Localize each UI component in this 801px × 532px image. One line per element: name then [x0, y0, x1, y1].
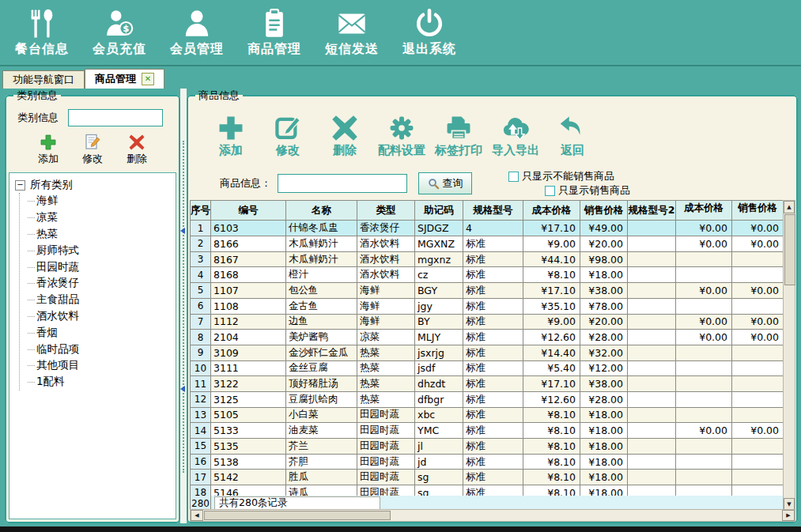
toolbar-item-product-manage[interactable]: 商品管理 — [245, 8, 304, 58]
vertical-scroll-thumb[interactable] — [784, 214, 795, 285]
table-row[interactable]: 61108金古鱼海鲜jgy标准¥35.10¥78.00 — [191, 299, 783, 315]
tab-nav-window[interactable]: 功能导航窗口 — [2, 70, 85, 89]
column-header-2[interactable]: 名称 — [286, 201, 357, 221]
column-header-9[interactable]: 成本价格 — [676, 201, 732, 221]
add-category-button[interactable]: 添加 — [38, 134, 59, 166]
add-product-button[interactable]: 添加 — [207, 115, 255, 158]
modify-category-button[interactable]: 修改 — [82, 134, 103, 166]
table-row[interactable]: 185146诗瓜田园时蔬sg标准¥8.10¥18.00 — [191, 485, 783, 496]
modify-product-button[interactable]: 修改 — [264, 115, 312, 158]
toolbar-item-table-info[interactable]: 餐台信息 — [13, 8, 71, 58]
scroll-left-button[interactable]: ◀ — [191, 510, 203, 521]
tab-label: 商品管理 — [95, 72, 136, 86]
column-header-1[interactable]: 编号 — [211, 201, 286, 221]
delete-category-button[interactable]: 删除 — [127, 134, 147, 166]
product-panel-title: 商品信息 — [195, 89, 243, 103]
cell: 18 — [191, 485, 211, 496]
column-header-6[interactable]: 成本价格 — [523, 201, 580, 221]
cell: ¥49.00 — [580, 221, 628, 236]
table-row[interactable]: 16103什锦冬瓜盅香浓煲仔SJDGZ4¥17.10¥49.00¥0.00¥0.… — [191, 221, 783, 236]
cell: 8166 — [211, 236, 286, 252]
cell: ¥0.00 — [676, 236, 732, 252]
label-print-button[interactable]: 标签打印 — [435, 115, 482, 158]
checkbox-only-unsellable[interactable]: 只显示不能销售商品 — [508, 169, 630, 183]
cell: 7 — [191, 315, 211, 330]
table-row[interactable]: 38167木瓜鲜奶汁酒水饮料mgxnz标准¥44.10¥98.00 — [191, 252, 783, 268]
tree-root-node[interactable]: − 所有类别 — [15, 177, 176, 193]
column-header-5[interactable]: 规格型号 — [463, 201, 523, 221]
panel-splitter[interactable] — [180, 89, 187, 523]
checkbox-only-sellable[interactable]: 只显示销售商品 — [545, 183, 630, 198]
column-header-8[interactable]: 规格型号2 — [628, 201, 676, 221]
import-export-button[interactable]: 导入导出 — [492, 115, 539, 158]
column-header-7[interactable]: 销售价格 — [580, 201, 628, 221]
column-header-10[interactable]: 销售价格 — [732, 201, 784, 221]
cell: 17 — [191, 470, 211, 485]
tree-item[interactable]: 其他项目 — [28, 357, 176, 374]
tree-item[interactable]: 香浓煲仔 — [28, 275, 176, 292]
horizontal-scrollbar[interactable]: ◀ ▶ — [190, 509, 795, 522]
table-row[interactable]: 51107包公鱼海鲜BGY标准¥17.10¥38.00¥0.00¥0.00 — [191, 283, 783, 299]
table-row[interactable]: 82104美炉酱鸭凉菜MLJY标准¥12.60¥28.00¥0.00¥0.00 — [191, 330, 783, 345]
tree-collapse-icon[interactable]: − — [15, 180, 25, 191]
query-button[interactable]: 查询 — [418, 172, 472, 194]
horizontal-scroll-thumb[interactable] — [204, 511, 391, 520]
cell: 酒水饮料 — [357, 252, 415, 268]
column-header-3[interactable]: 类型 — [357, 201, 415, 221]
table-row[interactable]: 155135芥兰田园时蔬jl标准¥8.10¥18.00 — [191, 439, 783, 455]
cell: 顶好猪肚汤 — [286, 376, 357, 392]
tree-item[interactable]: 临时品项 — [28, 341, 176, 357]
button-label: 添加 — [38, 152, 59, 166]
cell — [628, 315, 676, 330]
table-row[interactable]: 48168橙汁酒水饮料cz标准¥8.10¥18.00 — [191, 267, 783, 283]
toolbar-item-sms-send[interactable]: 短信发送 — [323, 8, 381, 58]
app-toolbar: 餐台信息$会员充值会员管理商品管理短信发送退出系统 — [0, 0, 801, 66]
tree-item[interactable]: 田园时蔬 — [28, 258, 176, 275]
table-row[interactable]: 123125豆腐扒蛤肉热菜dfbgr标准¥12.60¥28.00 — [191, 392, 783, 408]
scroll-up-button[interactable]: ▲ — [784, 201, 795, 213]
toolbar-item-member-recharge[interactable]: $会员充值 — [90, 8, 149, 58]
splitter-collapse-arrow-icon[interactable] — [180, 386, 185, 392]
toolbar-item-member-manage[interactable]: 会员管理 — [168, 8, 226, 58]
tree-item[interactable]: 主食甜品 — [28, 292, 176, 308]
ingredient-settings-button[interactable]: 配料设置 — [378, 115, 425, 158]
table-row[interactable]: 165138芥胆田园时蔬jd标准¥8.10¥18.00 — [191, 455, 783, 470]
delete-product-button[interactable]: 删除 — [321, 115, 368, 158]
cell: 美炉酱鸭 — [286, 330, 357, 345]
scroll-right-button[interactable]: ▶ — [782, 510, 795, 521]
tree-item[interactable]: 海鲜 — [28, 193, 176, 209]
search-label: 商品信息： — [220, 176, 271, 191]
tree-item[interactable]: 酒水饮料 — [28, 308, 176, 325]
cell: xbc — [415, 408, 463, 424]
back-arrow-icon — [558, 115, 587, 141]
cell: 5 — [191, 283, 211, 299]
checkbox-box-icon[interactable] — [508, 172, 519, 182]
checkbox-label: 只显示销售商品 — [558, 183, 630, 198]
tab-product-manage[interactable]: 商品管理✕ — [85, 69, 164, 89]
table-row[interactable]: 103111金丝豆腐热菜jsdf标准¥5.40¥12.00 — [191, 361, 783, 377]
table-row[interactable]: 93109金沙虾仁金瓜热菜jsxrjg标准¥14.40¥32.00 — [191, 345, 783, 361]
splitter-collapse-arrow-icon[interactable] — [180, 228, 185, 234]
table-row[interactable]: 135105小白菜田园时蔬xbc标准¥8.10¥18.00 — [191, 408, 783, 424]
table-row[interactable]: 175142胜瓜田园时蔬sg标准¥8.10¥18.00 — [191, 470, 783, 485]
toolbar-item-exit-system[interactable]: 退出系统 — [400, 8, 459, 58]
cell — [676, 392, 732, 408]
product-search-input[interactable] — [278, 174, 407, 193]
table-row[interactable]: 145133油麦菜田园时蔬YMC标准¥8.10¥18.00¥0.00¥0.00 — [191, 423, 783, 439]
category-input[interactable] — [68, 109, 163, 126]
cell — [628, 455, 676, 470]
vertical-scrollbar[interactable]: ▲ ▼ — [783, 200, 795, 511]
tree-item[interactable]: 香烟 — [28, 324, 176, 341]
column-header-4[interactable]: 助记码 — [415, 201, 463, 221]
tab-close-icon[interactable]: ✕ — [142, 73, 154, 85]
tree-item[interactable]: 厨师特式 — [28, 242, 176, 258]
table-row[interactable]: 113122顶好猪肚汤热菜dhzdt标准¥17.10¥38.00 — [191, 376, 783, 392]
tree-item[interactable]: 热菜 — [28, 226, 176, 243]
tree-item[interactable]: 凉菜 — [28, 209, 176, 226]
back-button[interactable]: 返回 — [549, 115, 596, 158]
table-row[interactable]: 71112边鱼海鲜BY标准¥9.00¥20.00¥0.00¥0.00 — [191, 315, 783, 330]
table-row[interactable]: 28166木瓜鲜奶汁酒水饮料MGXNZ标准¥9.00¥20.00¥0.00¥0.… — [191, 236, 783, 252]
tree-item[interactable]: 1配料 — [28, 374, 176, 391]
checkbox-box-icon[interactable] — [545, 186, 555, 196]
column-header-0[interactable]: 序号 — [191, 201, 211, 221]
